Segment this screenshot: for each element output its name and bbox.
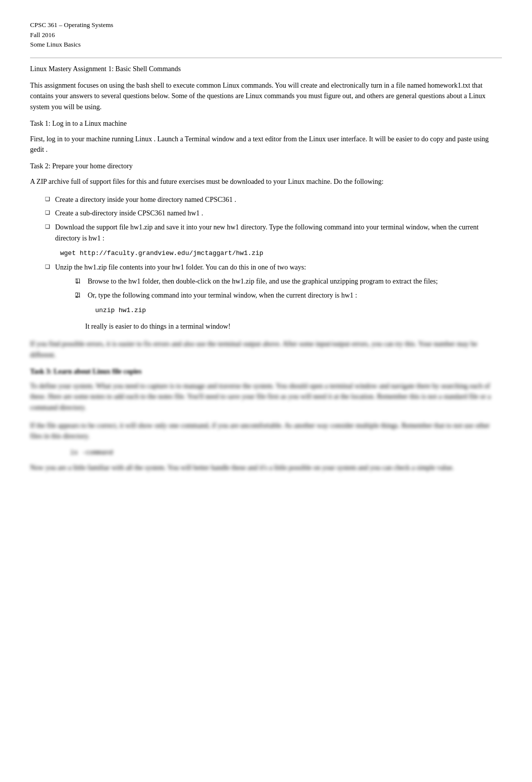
terminal-note: It really is easier to do things in a te…: [85, 321, 502, 332]
header-line-1: CPSC 361 – Operating Systems: [30, 20, 502, 30]
blurred-code: ls -command: [30, 449, 502, 456]
blurred-paragraph-3: If the file appears to be correct, it wi…: [30, 420, 502, 442]
unzip-steps: 1. Browse to the hw1 folder, then double…: [75, 276, 502, 301]
bullet-item-3: Download the support file hw1.zip and sa…: [45, 222, 502, 243]
unzip-command: unzip hw1.zip: [95, 306, 502, 316]
assignment-title: Linux Mastery Assignment 1: Basic Shell …: [30, 65, 502, 73]
task1-heading: Task 1: Log in to a Linux machine: [30, 120, 502, 128]
blurred-paragraph-4: Now you are a little familiar with all t…: [30, 462, 502, 473]
header-divider: [30, 58, 502, 58]
unzip-step-2: 2. Or, type the following command into y…: [75, 290, 502, 301]
header-line-3: Some Linux Basics: [30, 40, 502, 50]
task2-intro: A ZIP archive full of support files for …: [30, 176, 502, 187]
task1-paragraph: First, log in to your machine running Li…: [30, 134, 502, 155]
blurred-paragraph-2: To define your system. What you need to …: [30, 381, 502, 413]
unzip-step-1: 1. Browse to the hw1 folder, then double…: [75, 276, 502, 287]
wget-command: wget http://faculty.grandview.edu/jmctag…: [60, 249, 502, 257]
unzip-bullet-list: Unzip the hw1.zip file contents into you…: [45, 262, 502, 332]
task2-heading: Task 2: Prepare your home directory: [30, 162, 502, 170]
intro-paragraph: This assignment focuses on using the bas…: [30, 80, 502, 113]
bullet-item-2: Create a sub-directory inside CPSC361 na…: [45, 208, 502, 219]
task2-bullet-list: Create a directory inside your home dire…: [45, 194, 502, 244]
blurred-heading: Task 3: Learn about Linux file copies: [30, 368, 502, 376]
unzip-bullet: Unzip the hw1.zip file contents into you…: [45, 262, 502, 332]
header-line-2: Fall 2016: [30, 30, 502, 40]
document-header: CPSC 361 – Operating Systems Fall 2016 S…: [30, 20, 502, 50]
bullet-item-1: Create a directory inside your home dire…: [45, 194, 502, 205]
blurred-paragraph-1: If you find possible errors, it is easie…: [30, 339, 502, 360]
